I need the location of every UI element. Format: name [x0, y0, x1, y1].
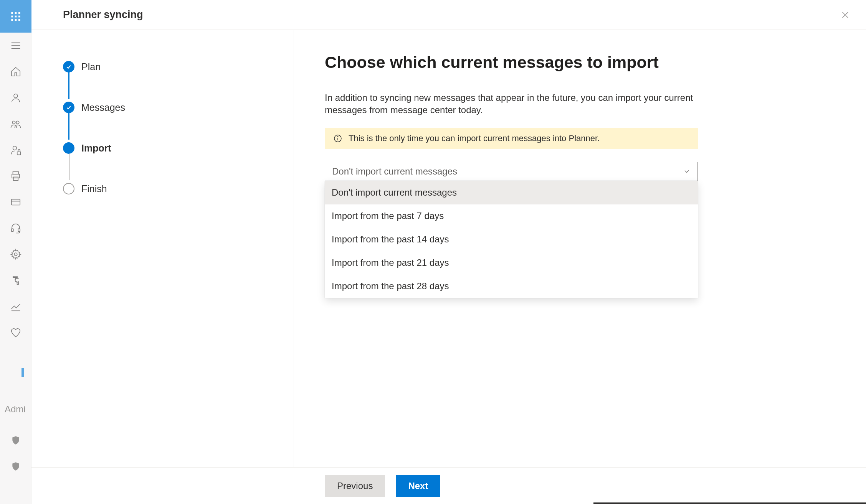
bottom-edge-bar	[593, 502, 866, 504]
heart-icon	[10, 327, 21, 338]
svg-rect-19	[13, 177, 18, 181]
close-icon	[841, 11, 849, 19]
nav-compliance[interactable]	[0, 455, 31, 478]
dialog-title: Planner syncing	[63, 9, 143, 21]
dropdown-listbox: Don't import current messages Import fro…	[325, 181, 698, 298]
dropdown-option[interactable]: Import from the past 21 days	[325, 251, 698, 275]
import-dropdown[interactable]: Don't import current messages	[325, 162, 698, 181]
wrench-icon	[10, 275, 21, 286]
next-button[interactable]: Next	[396, 475, 440, 497]
step-dot-pending	[63, 183, 74, 194]
nav-rail: Admi	[0, 0, 31, 504]
nav-home[interactable]	[0, 59, 31, 85]
dropdown-option[interactable]: Import from the past 28 days	[325, 275, 698, 298]
svg-point-12	[14, 94, 18, 98]
step-label: Plan	[81, 61, 101, 72]
svg-rect-2	[18, 12, 20, 14]
dialog-header: Planner syncing	[31, 0, 866, 30]
step-dot-completed	[63, 61, 74, 72]
step-dot-current	[63, 142, 74, 154]
nav-admin-label: Admi	[5, 404, 26, 415]
svg-rect-16	[17, 152, 21, 155]
gear-icon	[10, 249, 21, 260]
svg-point-24	[14, 253, 17, 256]
step-connector	[68, 113, 69, 140]
svg-rect-7	[15, 19, 17, 21]
nav-support[interactable]	[0, 215, 31, 241]
callout-text: This is the only time you can import cur…	[349, 133, 600, 143]
step-connector	[69, 153, 69, 180]
svg-rect-3	[11, 15, 13, 17]
chart-icon	[10, 301, 21, 312]
waffle-icon	[10, 11, 21, 22]
svg-rect-17	[13, 172, 19, 174]
step-connector	[68, 72, 69, 99]
nav-billing[interactable]	[0, 189, 31, 215]
dialog-footer: Previous Next	[31, 467, 866, 504]
page-description: In addition to syncing new messages that…	[325, 92, 697, 117]
shield-icon	[11, 461, 21, 471]
wizard-stepper: Plan Messages Import Finish	[31, 30, 294, 467]
dropdown-option[interactable]: Import from the past 14 days	[325, 228, 698, 251]
printer-icon	[10, 170, 21, 182]
nav-health[interactable]	[0, 320, 31, 346]
dialog-content: Choose which current messages to import …	[294, 30, 866, 467]
svg-rect-4	[15, 15, 17, 17]
hamburger-icon	[10, 40, 21, 51]
chevron-down-icon	[683, 168, 691, 175]
step-label: Messages	[81, 102, 125, 113]
svg-rect-1	[15, 12, 17, 14]
person-icon	[10, 92, 21, 104]
dropdown-option[interactable]: Import from the past 7 days	[325, 204, 698, 228]
nav-teams[interactable]	[0, 111, 31, 137]
svg-point-14	[16, 121, 19, 124]
nav-menu-toggle[interactable]	[0, 33, 31, 59]
svg-rect-23	[18, 229, 20, 232]
nav-setup[interactable]	[0, 267, 31, 293]
step-label: Finish	[81, 183, 107, 194]
nav-reports[interactable]	[0, 293, 31, 320]
app-launcher-button[interactable]	[0, 0, 31, 33]
step-finish[interactable]: Finish	[63, 182, 294, 196]
step-label: Import	[81, 143, 111, 154]
svg-point-29	[337, 136, 338, 137]
people-icon	[10, 118, 21, 130]
svg-rect-0	[11, 12, 13, 14]
card-icon	[10, 196, 21, 208]
check-icon	[66, 104, 72, 110]
nav-security[interactable]	[0, 429, 31, 452]
page-heading: Choose which current messages to import	[325, 53, 835, 72]
nav-active-indicator	[21, 368, 24, 377]
planner-syncing-dialog: Planner syncing Plan Messages	[31, 0, 866, 504]
person-lock-icon	[10, 144, 21, 156]
shield-icon	[11, 435, 21, 445]
nav-roles[interactable]	[0, 137, 31, 163]
previous-button[interactable]: Previous	[325, 475, 385, 497]
svg-point-15	[13, 146, 17, 150]
dialog-body: Plan Messages Import Finish Cho	[31, 30, 866, 467]
check-icon	[66, 64, 72, 70]
step-dot-completed	[63, 102, 74, 113]
svg-rect-5	[18, 15, 20, 17]
import-dropdown-wrap: Don't import current messages Don't impo…	[325, 162, 698, 181]
info-icon	[333, 134, 342, 143]
nav-users[interactable]	[0, 85, 31, 111]
home-icon	[10, 66, 21, 77]
svg-rect-8	[18, 19, 20, 21]
step-messages[interactable]: Messages	[63, 100, 294, 114]
svg-rect-22	[12, 229, 13, 232]
svg-point-13	[12, 121, 15, 124]
step-plan[interactable]: Plan	[63, 60, 294, 74]
svg-rect-6	[11, 19, 13, 21]
dropdown-option[interactable]: Don't import current messages	[325, 181, 698, 204]
close-button[interactable]	[837, 7, 854, 23]
headset-icon	[10, 222, 21, 234]
info-callout: This is the only time you can import cur…	[325, 128, 698, 149]
nav-resources[interactable]	[0, 163, 31, 189]
dropdown-selected-value: Don't import current messages	[332, 166, 457, 177]
nav-settings[interactable]	[0, 241, 31, 267]
step-import[interactable]: Import	[63, 141, 294, 155]
svg-rect-20	[12, 199, 20, 205]
